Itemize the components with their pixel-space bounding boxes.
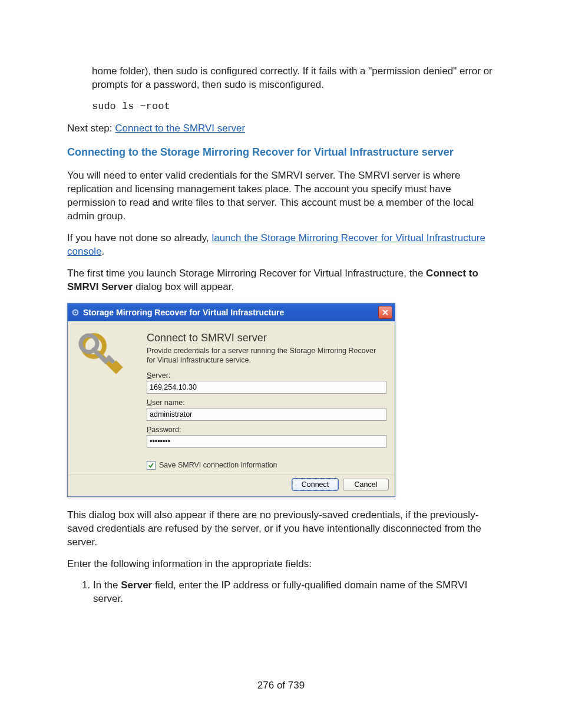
li1-bold: Server (121, 579, 152, 591)
connect-dialog: Storage Mirroring Recover for Virtual In… (67, 303, 395, 496)
connect-button[interactable]: Connect (292, 479, 338, 490)
section-para-3b: dialog box will appear. (133, 281, 234, 292)
section-para-2-suffix: . (102, 246, 105, 257)
username-input[interactable] (147, 408, 386, 421)
close-button[interactable] (378, 306, 392, 319)
after-para-2: Enter the following information in the a… (67, 558, 497, 571)
check-icon (148, 462, 154, 469)
dialog-description: Provide credentials for a server running… (147, 347, 386, 365)
instruction-list: In the Server field, enter the IP addres… (67, 579, 497, 606)
server-label: Server: (147, 371, 386, 380)
app-icon (71, 308, 80, 317)
page-number: 276 of 739 (0, 680, 562, 691)
section-para-3: The first time you launch Storage Mirror… (67, 267, 497, 294)
code-line: sudo ls ~root (92, 100, 497, 114)
section-para-3a: The first time you launch Storage Mirror… (67, 268, 426, 279)
close-icon (382, 309, 388, 315)
li1-a: In the (93, 579, 121, 591)
save-connection-label: Save SMRVI connection information (159, 461, 277, 469)
dialog-body: Connect to SMRVI server Provide credenti… (68, 321, 395, 474)
intro-paragraph: home folder), then sudo is configured co… (92, 65, 497, 92)
section-para-1: You will need to enter valid credentials… (67, 169, 497, 223)
section-heading: Connecting to the Storage Mirroring Reco… (67, 145, 497, 160)
cancel-button[interactable]: Cancel (343, 479, 389, 490)
instruction-item-1: In the Server field, enter the IP addres… (93, 579, 497, 606)
save-connection-checkbox[interactable] (147, 461, 156, 470)
dialog-footer: Connect Cancel (68, 475, 395, 496)
after-para-1: This dialog box will also appear if ther… (67, 509, 497, 549)
section-para-2-prefix: If you have not done so already, (67, 232, 211, 243)
dialog-heading: Connect to SMRVI server (147, 332, 386, 344)
next-step-line: Next step: Connect to the SMRVI server (67, 122, 497, 136)
next-step-link[interactable]: Connect to the SMRVI server (115, 123, 245, 134)
section-para-2: If you have not done so already, launch … (67, 232, 497, 259)
save-connection-row: Save SMRVI connection information (147, 461, 386, 470)
password-label: Password: (147, 426, 386, 434)
dialog-title-text: Storage Mirroring Recover for Virtual In… (81, 308, 378, 317)
password-input[interactable] (147, 435, 386, 448)
dialog-titlebar: Storage Mirroring Recover for Virtual In… (68, 304, 395, 321)
next-step-prefix: Next step: (67, 123, 115, 134)
username-label: User name: (147, 398, 386, 407)
server-input[interactable] (147, 381, 386, 394)
dialog-icon-pane (76, 330, 147, 469)
document-page: home folder), then sudo is configured co… (0, 0, 562, 728)
keys-icon (76, 333, 123, 379)
svg-point-1 (75, 312, 77, 314)
dialog-form: Connect to SMRVI server Provide credenti… (147, 330, 386, 469)
